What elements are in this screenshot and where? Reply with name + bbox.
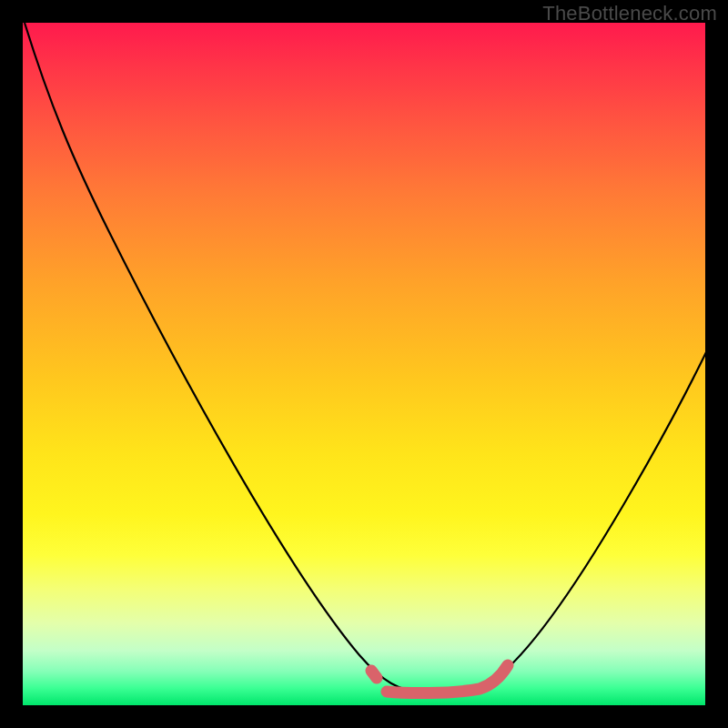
chart-frame: TheBottleneck.com <box>0 0 728 728</box>
chart-svg <box>23 23 705 705</box>
chart-plot-area <box>23 23 705 705</box>
optimal-zone-marker <box>371 665 508 693</box>
bottleneck-curve <box>25 23 707 693</box>
